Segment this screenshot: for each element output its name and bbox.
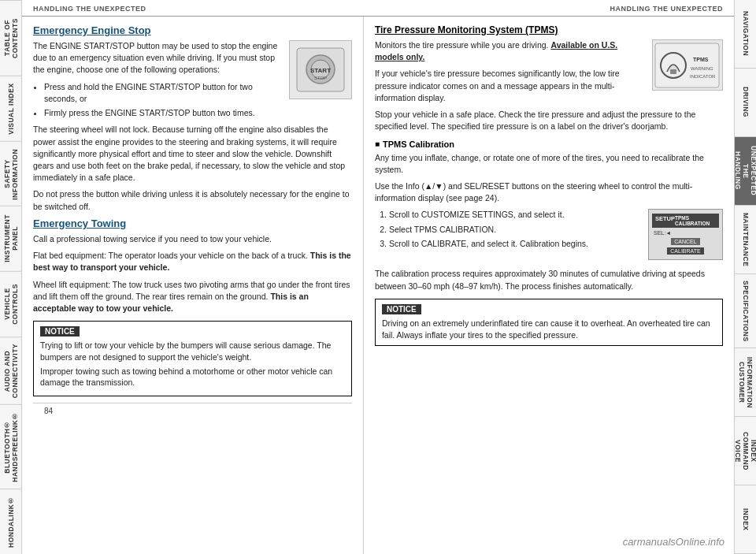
svg-text:INDICATOR: INDICATOR <box>690 74 716 79</box>
left-sidebar-tab[interactable]: HONDALINK® <box>0 489 21 554</box>
emergency-engine-stop-title[interactable]: Emergency Engine Stop <box>33 24 352 36</box>
left-sidebar-tab[interactable]: SAFETY INFORMATION <box>0 141 21 206</box>
bullet-item: Firmly press the ENGINE START/STOP butto… <box>44 107 352 119</box>
main-content: HANDLING THE UNEXPECTED HANDLING THE UNE… <box>22 0 734 554</box>
header-left: HANDLING THE UNEXPECTED <box>33 5 146 13</box>
header-right: HANDLING THE UNEXPECTED <box>610 5 723 13</box>
right-sidebar-tab[interactable]: INDEX <box>735 485 756 554</box>
left-sidebar: TABLE OF CONTENTSVISUAL INDEXSAFETY INFO… <box>0 0 22 554</box>
towing-notice-items: Trying to lift or tow your vehicle by th… <box>40 340 345 389</box>
tpms-cal-para1: Any time you inflate, change, or rotate … <box>375 152 723 176</box>
tpms-calibration-title: TPMS Calibration <box>375 139 723 149</box>
left-sidebar-tab[interactable]: TABLE OF CONTENTS <box>0 0 21 76</box>
notice-item: Improper towing such as towing behind a … <box>40 366 345 389</box>
svg-text:STOP: STOP <box>314 76 327 80</box>
left-sidebar-tab[interactable]: BLUETOOTH® HANDSFREELINK® <box>0 404 21 489</box>
tpms-para1-prefix: Monitors the tire pressure while you are… <box>375 40 549 50</box>
content-columns: Emergency Engine Stop START STOP The ENG… <box>22 17 734 554</box>
engine-stop-para3: Do not press the button while driving un… <box>33 188 352 212</box>
svg-rect-7 <box>670 69 676 74</box>
right-sidebar-tab[interactable]: MAINTENANCE <box>735 206 756 274</box>
tpms-setup-image: SETUP TPMS CALIBRATION SEL:◄ CANCEL CALI… <box>648 209 723 260</box>
svg-text:TPMS: TPMS <box>693 57 709 62</box>
left-sidebar-tab[interactable]: INSTRUMENT PANEL <box>0 206 21 271</box>
tpms-para4: The calibration process requires approxi… <box>375 268 723 292</box>
emergency-towing-section: Emergency Towing Call a professional tow… <box>33 218 352 396</box>
page-footer: 84 <box>33 403 352 418</box>
tpms-section: Tire Pressure Monitoring System (TPMS) T… <box>375 24 723 346</box>
tpms-title[interactable]: Tire Pressure Monitoring System (TPMS) <box>375 24 723 35</box>
right-sidebar-tab[interactable]: DRIVING <box>735 69 756 137</box>
notice-item: Trying to lift or tow your vehicle by th… <box>40 340 345 363</box>
tpms-notice-box: NOTICE Driving on an extremely underinfl… <box>375 299 723 346</box>
left-column: Emergency Engine Stop START STOP The ENG… <box>22 17 364 554</box>
tpms-indicator-image: TPMS WARNING INDICATOR <box>652 39 723 91</box>
engine-stop-para2: The steering wheel will not lock. Becaus… <box>33 124 352 184</box>
page-number: 84 <box>44 407 53 415</box>
towing-notice-box: NOTICE Trying to lift or tow your vehicl… <box>33 321 352 396</box>
towing-notice-label: NOTICE <box>40 326 80 336</box>
left-sidebar-tab[interactable]: VEHICLE CONTROLS <box>0 271 21 336</box>
page-header: HANDLING THE UNEXPECTED HANDLING THE UNE… <box>22 0 734 17</box>
left-sidebar-tab[interactable]: VISUAL INDEX <box>0 76 21 141</box>
tpms-para3: Stop your vehicle in a safe place. Check… <box>375 109 723 132</box>
right-sidebar-tab[interactable]: HANDLING THE UNEXPECTED <box>735 137 756 206</box>
left-sidebar-tab[interactable]: AUDIO AND CONNECTIVITY <box>0 336 21 404</box>
tpms-calibration-subsection: TPMS Calibration Any time you inflate, c… <box>375 139 723 266</box>
svg-text:WARNING: WARNING <box>691 66 713 71</box>
emergency-towing-title[interactable]: Emergency Towing <box>33 218 352 229</box>
towing-para3: Wheel lift equipment: The tow truck uses… <box>33 279 352 315</box>
right-sidebar-tab[interactable]: SPECIFICATIONS <box>735 274 756 349</box>
towing-para2-prefix: Flat bed equipment: The operator loads y… <box>33 251 308 260</box>
emergency-engine-stop-section: Emergency Engine Stop START STOP The ENG… <box>33 24 352 213</box>
svg-rect-5 <box>655 43 719 87</box>
right-sidebar-tab[interactable]: CUSTOMER INFORMATION <box>735 348 756 417</box>
right-sidebar-tab[interactable]: VOICE COMMAND INDEX <box>735 417 756 485</box>
engine-stop-image: START STOP <box>289 40 352 99</box>
svg-text:START: START <box>310 67 331 74</box>
towing-para2: Flat bed equipment: The operator loads y… <box>33 250 352 273</box>
right-column: Tire Pressure Monitoring System (TPMS) T… <box>364 17 734 554</box>
tpms-cal-para2: Use the Info (▲/▼) and SEL/RESET buttons… <box>375 180 723 204</box>
right-sidebar-tab[interactable]: NAVIGATION <box>735 0 756 69</box>
tpms-notice-label: NOTICE <box>382 304 421 314</box>
towing-para1: Call a professional towing service if yo… <box>33 233 352 245</box>
right-sidebar: NAVIGATIONDRIVINGHANDLING THE UNEXPECTED… <box>734 0 756 554</box>
tpms-notice-text: Driving on an extremely underinflated ti… <box>382 318 716 340</box>
